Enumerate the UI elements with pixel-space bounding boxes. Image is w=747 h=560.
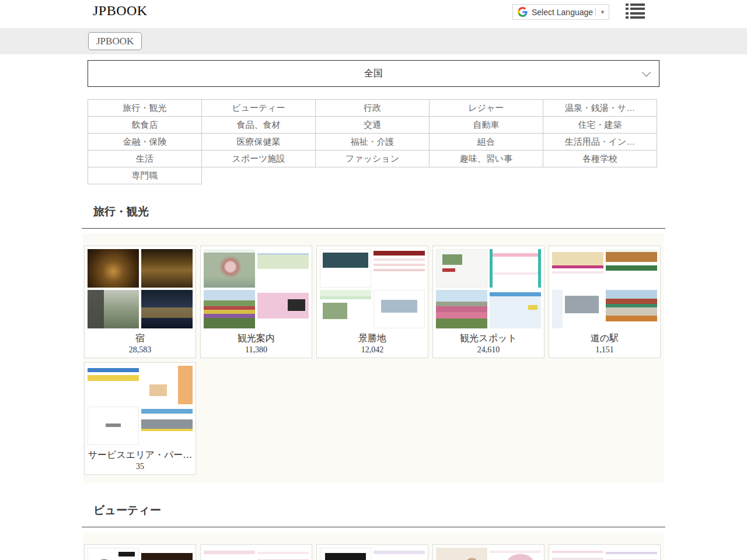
category-link[interactable]: 福祉・介護 xyxy=(315,133,430,150)
site-thumbnail xyxy=(552,249,603,288)
category-link[interactable]: 生活 xyxy=(88,150,202,167)
list-menu-row xyxy=(626,4,645,6)
category-link[interactable]: 金融・保険 xyxy=(88,133,202,150)
category-link[interactable]: 飲食店 xyxy=(88,116,202,134)
category-link[interactable]: 専門職 xyxy=(88,167,202,184)
site-thumbnail xyxy=(141,548,193,560)
category-link[interactable]: 旅行・観光 xyxy=(88,99,202,117)
card-thumbnails xyxy=(88,366,193,445)
breadcrumb-home-button[interactable]: JPBOOK xyxy=(88,32,142,50)
site-thumbnail xyxy=(88,548,139,560)
card-label: サービスエリア・パー… xyxy=(88,449,193,461)
category-card[interactable]: サービスエリア・パー… 35 xyxy=(84,362,196,475)
category-link[interactable]: ビューティー xyxy=(201,99,316,117)
site-thumbnail xyxy=(88,290,139,328)
site-thumbnail xyxy=(606,548,657,560)
site-thumbnail xyxy=(606,290,657,328)
card-thumbnails xyxy=(88,548,193,560)
card-label: 観光案内 xyxy=(204,332,309,345)
category-card[interactable]: 観光案内 11,380 xyxy=(200,246,312,358)
category-card[interactable] xyxy=(316,544,428,560)
category-grid: 旅行・観光 ビューティー 行政 レジャー 温泉・銭湯・サ… 飲食店 食品、食材 … xyxy=(88,99,659,184)
section-title: 旅行・観光 xyxy=(93,204,664,219)
section-card-list: 宿 28,583 観光案内 11,380 景勝地 12,042 xyxy=(83,234,664,483)
site-thumbnail xyxy=(204,290,255,328)
site-thumbnail xyxy=(88,407,139,445)
list-menu-icon[interactable] xyxy=(626,4,645,19)
card-label: 道の駅 xyxy=(552,332,657,345)
category-link[interactable]: 交通 xyxy=(315,116,430,134)
card-thumbnails xyxy=(320,548,425,560)
card-thumbnails xyxy=(88,249,193,328)
category-link[interactable]: 生活用品・イン… xyxy=(543,133,657,150)
site-thumbnail xyxy=(320,290,371,328)
card-count: 35 xyxy=(88,462,193,471)
site-thumbnail xyxy=(141,249,193,288)
category-card[interactable] xyxy=(200,544,312,560)
category-link[interactable]: レジャー xyxy=(429,99,543,117)
site-thumbnail xyxy=(436,290,487,328)
category-link[interactable]: 食品、食材 xyxy=(201,116,316,134)
list-menu-row xyxy=(626,12,645,15)
category-card[interactable] xyxy=(549,544,661,560)
category-link[interactable]: スポーツ施設 xyxy=(201,150,316,167)
category-row: 生活 スポーツ施設 ファッション 趣味、習い事 各種学校 xyxy=(88,150,659,167)
site-thumbnail xyxy=(257,249,309,288)
translate-label: Select Language xyxy=(532,8,593,17)
site-thumbnail xyxy=(374,548,425,560)
list-menu-row xyxy=(626,16,645,19)
translate-separator xyxy=(595,8,596,16)
card-label: 観光スポット xyxy=(436,332,541,345)
card-thumbnails xyxy=(436,249,541,328)
card-count: 12,042 xyxy=(320,345,425,355)
card-thumbnails xyxy=(436,548,541,560)
card-label: 宿 xyxy=(88,332,193,345)
category-card[interactable]: 観光スポット 24,610 xyxy=(432,246,544,358)
card-count: 11,380 xyxy=(204,345,309,355)
site-thumbnail xyxy=(374,249,425,288)
site-thumbnail xyxy=(436,249,487,288)
chevron-down-icon xyxy=(642,68,651,77)
google-logo-icon xyxy=(518,7,528,17)
site-thumbnail xyxy=(436,548,487,560)
region-select[interactable]: 全国 xyxy=(88,60,659,87)
card-count: 28,583 xyxy=(88,345,193,355)
category-row: 旅行・観光 ビューティー 行政 レジャー 温泉・銭湯・サ… xyxy=(88,99,659,117)
card-count: 24,610 xyxy=(436,345,541,355)
site-thumbnail xyxy=(552,290,603,328)
category-card[interactable] xyxy=(432,544,544,560)
breadcrumb: JPBOOK xyxy=(0,28,747,54)
top-bar: JPBOOK Select Language ▼ xyxy=(0,0,747,28)
card-thumbnails xyxy=(204,249,309,328)
region-select-value: 全国 xyxy=(364,68,383,80)
site-thumbnail xyxy=(141,366,193,404)
category-card[interactable]: 道の駅 1,151 xyxy=(549,246,661,358)
google-translate-widget[interactable]: Select Language ▼ xyxy=(512,4,609,20)
category-row: 金融・保険 医療保健業 福祉・介護 組合 生活用品・イン… xyxy=(88,133,659,150)
dropdown-arrow-icon: ▼ xyxy=(600,9,605,15)
category-link[interactable]: ファッション xyxy=(315,150,430,167)
category-link[interactable]: 各種学校 xyxy=(543,150,657,167)
category-link[interactable]: 自動車 xyxy=(429,116,543,134)
category-link[interactable]: 温泉・銭湯・サ… xyxy=(543,99,657,117)
category-link[interactable]: 医療保健業 xyxy=(201,133,316,150)
category-link[interactable]: 住宅・建築 xyxy=(543,116,657,134)
site-thumbnail xyxy=(257,548,309,560)
category-link[interactable]: 趣味、習い事 xyxy=(429,150,543,167)
category-link[interactable]: 行政 xyxy=(315,99,430,117)
site-thumbnail xyxy=(606,249,657,288)
site-title: JPBOOK xyxy=(93,3,148,19)
category-card[interactable]: 景勝地 12,042 xyxy=(316,246,428,358)
site-thumbnail xyxy=(257,290,309,328)
card-thumbnails xyxy=(204,548,309,560)
category-card[interactable]: 宿 28,583 xyxy=(84,246,196,358)
card-thumbnails xyxy=(552,249,657,328)
site-thumbnail xyxy=(320,249,371,288)
site-thumbnail xyxy=(552,548,603,560)
site-thumbnail xyxy=(204,249,255,288)
card-thumbnails xyxy=(552,548,657,560)
category-card[interactable] xyxy=(84,544,196,560)
content-area: 全国 旅行・観光 ビューティー 行政 レジャー 温泉・銭湯・サ… 飲食店 食品、… xyxy=(83,60,664,560)
list-menu-row xyxy=(626,8,645,10)
category-link[interactable]: 組合 xyxy=(429,133,543,150)
